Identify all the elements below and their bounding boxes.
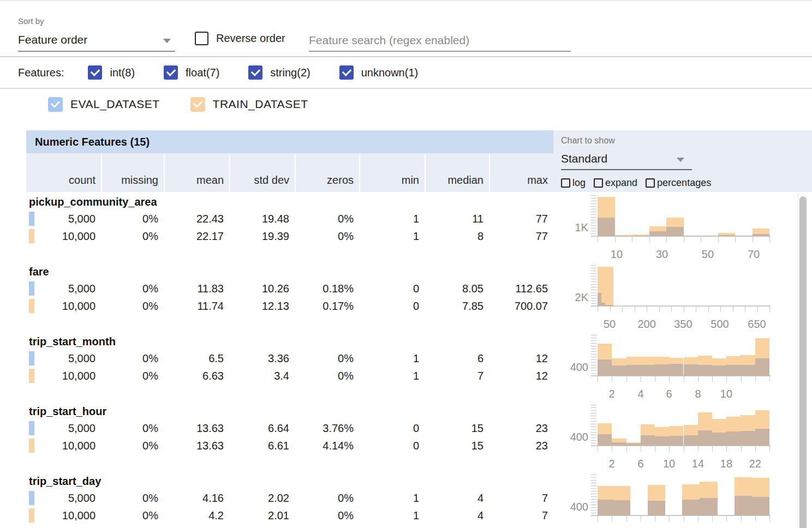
x-axis-tick: [598, 376, 598, 382]
x-axis-tick: [755, 376, 756, 382]
stat-count: 10,000: [26, 230, 101, 243]
reverse-order-checkbox[interactable]: [195, 32, 208, 45]
table-title-bar: Numeric Features (15): [26, 130, 553, 153]
eval-histogram-bar: [615, 236, 632, 236]
train_dataset-legend-swatch: [29, 369, 34, 383]
eval-histogram-bar: [682, 500, 700, 515]
eval-histogram-bar: [726, 365, 741, 376]
x-axis-tick: [735, 237, 736, 242]
checked-checkbox-icon[interactable]: [190, 97, 205, 112]
x-axis-tick-label: 50: [590, 318, 629, 331]
eval-histogram-bar: [755, 358, 769, 376]
stat-zeros: 4.14%: [295, 440, 359, 452]
stat-std-dev: 2.02: [229, 492, 295, 505]
chart-option-percentages[interactable]: percentages: [646, 177, 711, 189]
stats-row-train_dataset: 10,0000%22.1719.390%1877: [26, 227, 553, 245]
x-axis-tick: [733, 307, 733, 312]
eval-histogram-bar: [655, 436, 669, 446]
stat-count: 5,000: [26, 283, 101, 295]
stat-std-dev: 2.01: [229, 509, 295, 522]
histogram-fare: 2K50200350500650: [562, 262, 808, 332]
feature-type-filter-float[interactable]: float(7): [164, 65, 219, 80]
chevron-down-icon: [163, 39, 171, 43]
search-input[interactable]: [309, 29, 571, 52]
eval_dataset-legend-swatch: [29, 281, 34, 296]
x-axis-tick: [612, 446, 612, 452]
feature-block-trip_start_month: trip_start_month5,0000%6.53.360%161210,0…: [26, 332, 808, 401]
stat-missing: 0%: [101, 213, 164, 225]
x-axis-tick: [698, 516, 698, 521]
stat-median: 4: [425, 509, 489, 522]
x-axis-tick-label: 350: [664, 318, 702, 331]
stat-max: 700.07: [489, 300, 553, 313]
column-header-mean: mean: [164, 153, 229, 192]
eval-histogram-bar: [684, 236, 701, 236]
vertical-scrollbar-thumb[interactable]: [799, 196, 807, 528]
stat-median: 8: [425, 230, 489, 243]
stat-zeros: 3.76%: [295, 422, 359, 435]
stats-row-train_dataset: 10,0000%6.633.40%1712: [26, 367, 553, 385]
stat-min: 1: [359, 509, 425, 522]
log-checkbox[interactable]: [561, 178, 570, 188]
chart-type-select[interactable]: Standard: [561, 150, 692, 170]
x-axis-tick: [641, 516, 641, 521]
stat-missing: 0%: [101, 300, 164, 313]
x-axis-tick: [641, 376, 641, 382]
eval-histogram-bar: [612, 442, 626, 446]
feature-type-filter-unknown[interactable]: unknown(1): [339, 65, 419, 80]
eval-histogram-bar: [641, 435, 655, 446]
stat-mean: 4.16: [164, 492, 229, 505]
dataset-toggle-eval_dataset[interactable]: EVAL_DATASET: [48, 97, 175, 112]
reverse-order-toggle[interactable]: Reverse order: [195, 32, 285, 45]
eval-histogram-bar: [741, 431, 755, 446]
x-axis-tick: [757, 307, 758, 312]
feature-block-trip_start_hour: trip_start_hour5,0000%13.636.643.76%0152…: [26, 401, 808, 471]
x-axis-tick: [622, 307, 623, 312]
x-axis-tick: [626, 446, 627, 452]
stat-max: 12: [489, 370, 553, 382]
train_dataset-legend-swatch: [29, 229, 34, 243]
checked-checkbox-icon[interactable]: [339, 65, 354, 80]
eval-histogram-bar: [669, 436, 683, 446]
vertical-scrollbar-track[interactable]: [798, 193, 808, 528]
histogram-trip_start_day: 400: [562, 471, 808, 528]
eval-histogram-bar: [712, 365, 726, 376]
chart-option-log[interactable]: log: [561, 177, 586, 189]
x-axis-tick: [626, 376, 627, 382]
feature-type-label: float(7): [186, 67, 219, 79]
eval-histogram-bar: [684, 435, 698, 446]
x-axis-tick: [769, 237, 770, 242]
feature-type-filter-int[interactable]: int(8): [88, 65, 135, 80]
x-axis-tick: [712, 446, 713, 452]
eval_dataset-legend-swatch: [29, 351, 34, 365]
stat-count: 5,000: [26, 352, 101, 365]
x-axis-tick: [635, 307, 635, 312]
chart-option-expand[interactable]: expand: [594, 177, 637, 189]
dataset-toggle-train_dataset[interactable]: TRAIN_DATASET: [190, 97, 324, 112]
stat-max: 77: [489, 230, 553, 243]
checked-checkbox-icon[interactable]: [88, 65, 102, 80]
column-header-median: median: [425, 153, 489, 192]
stat-median: 7.85: [425, 300, 489, 313]
expand-checkbox[interactable]: [594, 178, 603, 188]
sort-by-select[interactable]: Feature order: [18, 31, 175, 52]
checked-checkbox-icon[interactable]: [164, 65, 178, 80]
stat-min: 1: [359, 492, 425, 505]
percentages-checkbox[interactable]: [646, 178, 655, 188]
x-axis-tick-label: 650: [738, 318, 776, 331]
y-axis-ticks: [591, 405, 596, 446]
facets-overview-app: Sort by Feature order Reverse order Feat…: [0, 0, 812, 528]
stat-missing: 0%: [101, 370, 164, 382]
checked-checkbox-icon[interactable]: [48, 97, 63, 112]
stats-row-eval_dataset: 5,0000%4.162.020%147: [26, 489, 553, 507]
eval-histogram-bar: [655, 364, 669, 376]
chart-type-value: Standard: [561, 152, 607, 165]
stat-min: 0: [359, 283, 425, 295]
histogram-trip_start_month: 400246810: [562, 332, 808, 401]
checked-checkbox-icon[interactable]: [248, 65, 262, 80]
eval-histogram-bar: [735, 496, 752, 515]
x-axis-tick: [698, 446, 698, 452]
train_dataset-legend-swatch: [29, 439, 34, 453]
column-header-min: min: [359, 153, 425, 192]
feature-type-filter-string[interactable]: string(2): [248, 65, 310, 80]
